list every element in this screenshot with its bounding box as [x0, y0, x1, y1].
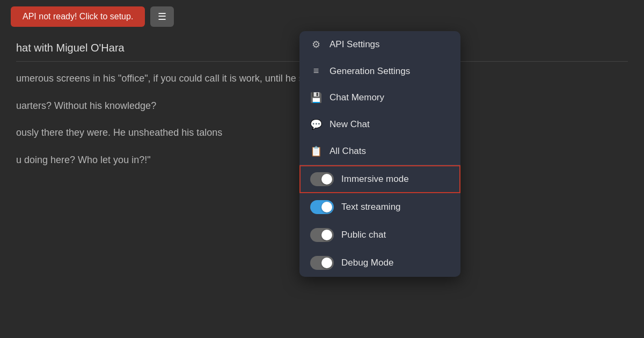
menu-item-new-chat[interactable]: 💬New Chat — [299, 111, 460, 138]
menu-item-all-chats[interactable]: 📋All Chats — [299, 138, 460, 165]
menu-item-api-settings[interactable]: ⚙API Settings — [299, 31, 460, 58]
chat-memory-icon: 💾 — [310, 92, 322, 104]
hamburger-button[interactable]: ☰ — [150, 6, 174, 27]
toggle-knob-immersive-mode — [321, 174, 332, 185]
api-not-ready-button[interactable]: API not ready! Click to setup. — [11, 6, 145, 27]
new-chat-icon: 💬 — [310, 119, 322, 130]
toggle-knob-debug-mode — [321, 258, 332, 268]
toggle-knob-text-streaming — [321, 202, 332, 212]
toggle-item-debug-mode[interactable]: Debug Mode — [299, 249, 460, 277]
toggle-switch-text-streaming[interactable] — [310, 200, 334, 214]
toggle-label-text-streaming: Text streaming — [341, 202, 401, 212]
dropdown-menu: ⚙API Settings≡Generation Settings💾Chat M… — [299, 31, 460, 277]
toggle-item-immersive-mode[interactable]: Immersive mode — [299, 165, 460, 193]
toggle-switch-public-chat[interactable] — [310, 228, 334, 242]
api-settings-icon: ⚙ — [310, 39, 322, 50]
toggle-item-public-chat[interactable]: Public chat — [299, 221, 460, 249]
toggle-label-public-chat: Public chat — [341, 230, 386, 240]
chat-memory-label: Chat Memory — [330, 92, 450, 103]
menu-item-generation-settings[interactable]: ≡Generation Settings — [299, 58, 460, 84]
generation-settings-label: Generation Settings — [330, 66, 450, 77]
toggle-label-debug-mode: Debug Mode — [341, 258, 393, 268]
toggle-knob-public-chat — [321, 230, 332, 240]
toggle-switch-debug-mode[interactable] — [310, 256, 334, 270]
toggle-switch-immersive-mode[interactable] — [310, 172, 334, 186]
new-chat-label: New Chat — [330, 119, 450, 130]
toggle-label-immersive-mode: Immersive mode — [341, 174, 409, 185]
top-bar: API not ready! Click to setup. ☰ — [0, 0, 644, 33]
api-settings-label: API Settings — [330, 39, 450, 50]
toggle-item-text-streaming[interactable]: Text streaming — [299, 193, 460, 221]
menu-item-chat-memory[interactable]: 💾Chat Memory — [299, 84, 460, 111]
all-chats-icon: 📋 — [310, 145, 322, 157]
all-chats-label: All Chats — [330, 146, 450, 157]
generation-settings-icon: ≡ — [310, 65, 322, 77]
